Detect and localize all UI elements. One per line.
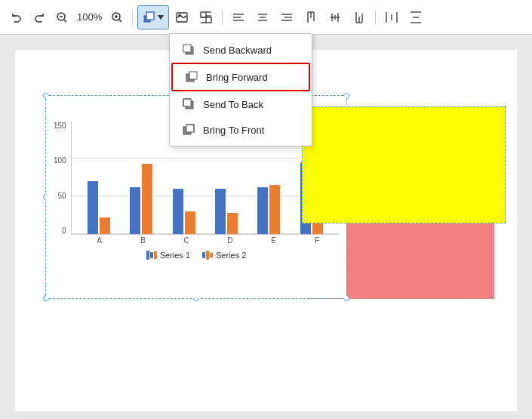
send-to-back-icon (182, 97, 195, 111)
align-right-button[interactable] (275, 5, 298, 29)
x-label-e: E (252, 236, 296, 245)
svg-rect-16 (201, 12, 206, 17)
svg-rect-54 (183, 99, 191, 106)
separator-1 (132, 10, 133, 25)
x-labels: A B C D E F (78, 236, 339, 245)
align-center-button[interactable] (251, 5, 274, 29)
bar-s2-B (142, 164, 152, 234)
redo-button[interactable] (29, 5, 50, 29)
insert-image-button[interactable] (171, 5, 193, 29)
legend-series2-label: Series 2 (216, 251, 246, 260)
bring-forward-menu-item[interactable]: Bring Forward (171, 63, 310, 91)
bar-s1-E (257, 187, 268, 234)
chart-legend: Series 1 Series 2 (54, 251, 339, 260)
y-label-150: 150 (54, 122, 66, 130)
bring-to-front-label: Bring To Front (203, 125, 264, 136)
valign-bottom-button[interactable] (348, 5, 371, 29)
valign-middle-button[interactable] (324, 5, 346, 29)
svg-line-6 (119, 20, 121, 22)
bar-s2-A (100, 217, 110, 234)
y-axis: 150 100 50 0 (54, 122, 71, 235)
bring-to-front-icon (182, 123, 195, 137)
bar-cluster-A (78, 121, 120, 234)
layer-order-dropdown: Send Backward Bring Forward Send To Back… (169, 33, 312, 146)
bring-to-front-menu-item[interactable]: Bring To Front (170, 117, 312, 143)
legend-series2-icon (202, 251, 213, 260)
separator-3 (375, 10, 376, 25)
distribute-v-button[interactable] (404, 5, 427, 29)
x-label-c: C (165, 236, 208, 245)
bar-cluster-B (120, 121, 162, 234)
svg-marker-9 (158, 15, 164, 20)
x-label-b: B (121, 236, 165, 245)
y-label-100: 100 (54, 156, 66, 165)
send-backward-label: Send Backward (203, 45, 272, 56)
bring-forward-label: Bring Forward (206, 72, 268, 83)
send-backward-icon (182, 43, 195, 57)
undo-button[interactable] (6, 5, 27, 29)
bar-s1-B (130, 187, 140, 234)
x-label-d: D (208, 236, 252, 245)
send-backward-menu-item[interactable]: Send Backward (170, 37, 312, 63)
svg-point-15 (179, 14, 180, 16)
legend-series1-icon (146, 251, 157, 260)
bar-s1-A (88, 181, 98, 234)
y-label-50: 50 (58, 192, 66, 200)
bar-s2-D (227, 213, 238, 234)
insert-shape-button[interactable] (195, 5, 217, 29)
bar-s2-C (185, 211, 195, 234)
x-label-f: F (295, 236, 339, 245)
svg-rect-52 (189, 72, 197, 79)
svg-rect-50 (183, 45, 191, 52)
legend-series2: Series 2 (202, 251, 246, 260)
svg-rect-8 (146, 12, 154, 20)
svg-rect-17 (206, 17, 211, 23)
valign-top-button[interactable] (300, 5, 322, 29)
yellow-rectangle[interactable] (302, 106, 506, 223)
zoom-level: 100% (74, 11, 105, 23)
legend-series1: Series 1 (146, 251, 190, 260)
zoom-out-button[interactable] (51, 5, 72, 29)
send-to-back-label: Send To Back (203, 99, 263, 110)
bar-s2-E (269, 185, 280, 234)
legend-series1-label: Series 1 (160, 251, 190, 260)
send-to-back-menu-item[interactable]: Send To Back (170, 91, 312, 117)
svg-rect-58 (186, 125, 194, 132)
distribute-h-button[interactable] (380, 5, 403, 29)
y-label-0: 0 (62, 226, 66, 235)
zoom-in-button[interactable] (106, 5, 128, 29)
layer-order-button[interactable] (137, 5, 169, 29)
bring-forward-icon (185, 70, 198, 84)
x-label-a: A (78, 236, 121, 245)
bar-s1-C (173, 189, 183, 234)
toolbar: 100% (0, 0, 532, 35)
align-left-button[interactable] (227, 5, 250, 29)
svg-line-2 (64, 20, 66, 22)
bar-s1-D (215, 189, 226, 234)
separator-2 (222, 10, 223, 25)
